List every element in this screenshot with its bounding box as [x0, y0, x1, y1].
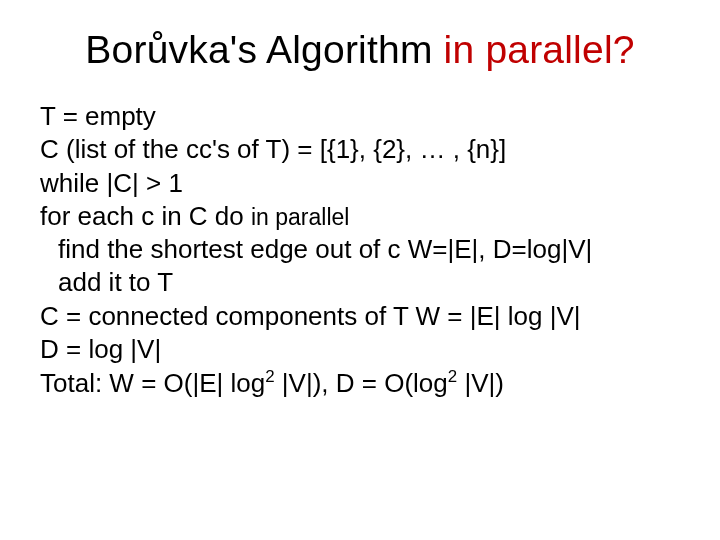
line-4: for each c in C do in parallel [40, 200, 680, 233]
line-4-inparallel: in parallel [251, 204, 349, 230]
slide-body: T = empty C (list of the cc's of T) = [{… [40, 100, 680, 400]
line-9b: |V|), D = O(log [275, 368, 448, 398]
line-9: Total: W = O(|E| log2 |V|), D = O(log2 |… [40, 366, 680, 400]
line-8: D = log |V| [40, 333, 680, 366]
slide: Borůvka's Algorithm in parallel? T = emp… [0, 0, 720, 540]
line-4-text: for each c in C do [40, 201, 251, 231]
line-5: find the shortest edge out of c W=|E|, D… [40, 233, 680, 266]
line-3: while |C| > 1 [40, 167, 680, 200]
title-red: in parallel? [444, 28, 635, 71]
line-6: add it to T [40, 266, 680, 299]
line-7: C = connected components of T W = |E| lo… [40, 300, 680, 333]
line-9c: |V|) [457, 368, 504, 398]
line-9a: Total: W = O(|E| log [40, 368, 265, 398]
line-9-sup1: 2 [265, 367, 274, 386]
slide-title: Borůvka's Algorithm in parallel? [40, 28, 680, 72]
line-1: T = empty [40, 100, 680, 133]
title-black: Borůvka's Algorithm [85, 28, 443, 71]
line-9-sup2: 2 [448, 367, 457, 386]
line-2: C (list of the cc's of T) = [{1}, {2}, …… [40, 133, 680, 166]
